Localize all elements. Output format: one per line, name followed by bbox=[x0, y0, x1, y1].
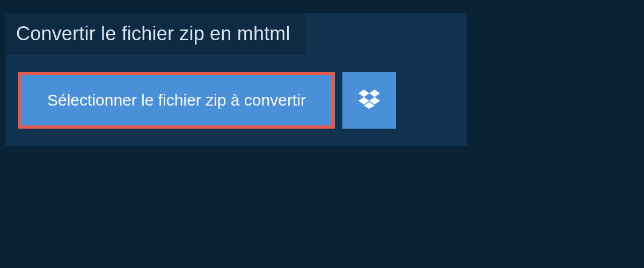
dropbox-icon bbox=[358, 90, 380, 111]
select-file-label: Sélectionner le fichier zip à convertir bbox=[47, 91, 306, 109]
dropbox-button[interactable] bbox=[342, 72, 396, 129]
converter-panel: Convertir le fichier zip en mhtml Sélect… bbox=[5, 13, 467, 146]
page-title: Convertir le fichier zip en mhtml bbox=[16, 23, 290, 45]
select-file-button[interactable]: Sélectionner le fichier zip à convertir bbox=[18, 72, 335, 129]
heading-container: Convertir le fichier zip en mhtml bbox=[5, 13, 305, 55]
button-row: Sélectionner le fichier zip à convertir bbox=[18, 72, 454, 129]
